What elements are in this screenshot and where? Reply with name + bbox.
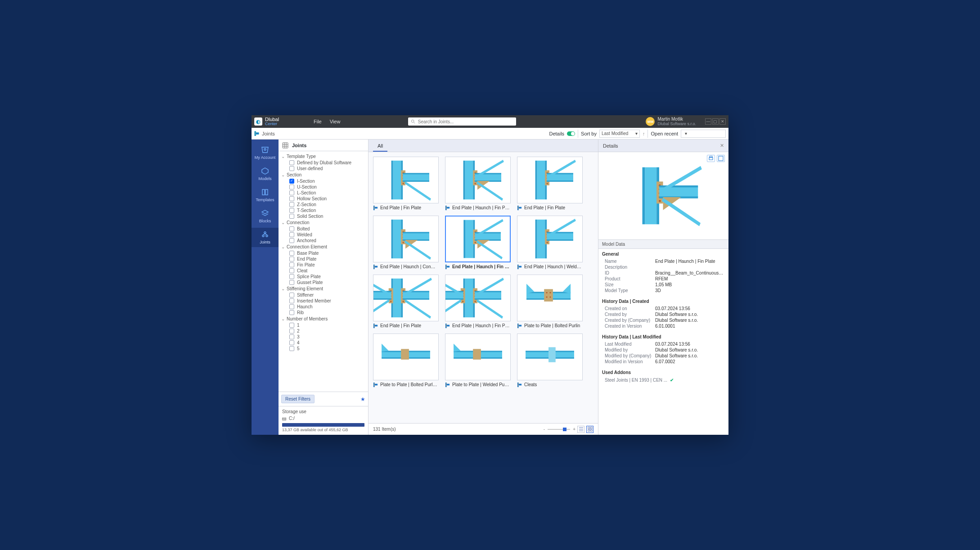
window-max[interactable]: ▢ xyxy=(712,118,719,125)
filter-item[interactable]: Haunch xyxy=(289,304,368,310)
joint-card[interactable]: Plate to Plate | Bolted Purlin xyxy=(517,275,583,328)
joint-card[interactable]: End Plate | Haunch | Welded ... xyxy=(517,216,583,269)
checkbox[interactable] xyxy=(289,329,294,334)
search-field[interactable] xyxy=(417,119,513,125)
checkbox[interactable] xyxy=(289,280,294,285)
checkbox[interactable] xyxy=(289,196,294,201)
filter-item[interactable]: Inserted Member xyxy=(289,298,368,304)
filter-group[interactable]: ⌄Template Type xyxy=(281,153,368,160)
filter-item[interactable]: Anchored xyxy=(289,238,368,243)
window-close[interactable]: ✕ xyxy=(719,118,726,125)
filter-item[interactable]: End Plate xyxy=(289,256,368,262)
checkbox[interactable] xyxy=(289,202,294,207)
filter-group[interactable]: ⌄Number of Members xyxy=(281,316,368,322)
filter-item[interactable]: 2 xyxy=(289,328,368,334)
filter-item[interactable]: Hollow Section xyxy=(289,196,368,202)
joint-card[interactable]: End Plate | Haunch | Fin Pl... xyxy=(445,216,511,269)
filter-group[interactable]: ⌄Connection xyxy=(281,219,368,226)
filter-item[interactable]: 3 xyxy=(289,334,368,340)
nav-item-models[interactable]: Models xyxy=(252,164,279,184)
joint-card[interactable]: End Plate | Fin Plate xyxy=(373,157,439,210)
checkbox[interactable] xyxy=(289,298,294,303)
fullscreen-button[interactable] xyxy=(717,155,725,162)
filter-item[interactable]: Welded xyxy=(289,232,368,238)
svg-point-44 xyxy=(264,232,266,234)
filter-item[interactable]: 4 xyxy=(289,340,368,346)
prop-value: 03.07.2024 13:56 xyxy=(655,342,725,347)
checkbox[interactable] xyxy=(289,238,294,243)
checkbox[interactable] xyxy=(289,293,294,298)
open-recent-select[interactable]: ▾ xyxy=(681,130,726,138)
reset-filters-button[interactable]: Reset Filters xyxy=(281,395,315,403)
filter-item[interactable]: T-Section xyxy=(289,207,368,213)
sortby-select[interactable]: Last Modified ▾ xyxy=(599,130,640,138)
checkbox[interactable] xyxy=(289,323,294,328)
checkbox[interactable] xyxy=(289,257,294,261)
filter-item[interactable]: Solid Section xyxy=(289,213,368,219)
close-icon[interactable]: ✕ xyxy=(720,143,724,149)
checkbox[interactable] xyxy=(289,251,294,256)
view-grid-button[interactable] xyxy=(586,426,593,433)
filter-item[interactable]: 5 xyxy=(289,346,368,352)
sort-direction[interactable]: ↑ xyxy=(643,131,645,136)
favorite-icon[interactable]: ★ xyxy=(360,396,365,402)
filter-item[interactable]: Rib xyxy=(289,310,368,316)
filter-item[interactable]: Fin Plate xyxy=(289,262,368,268)
checkbox[interactable] xyxy=(289,232,294,237)
checkbox[interactable] xyxy=(289,268,294,273)
checkbox[interactable] xyxy=(289,160,294,165)
joint-card[interactable]: Plate to Plate | Welded Purli... xyxy=(445,334,511,387)
joint-card[interactable]: End Plate | Haunch | Fin Plate xyxy=(445,275,511,328)
checkbox[interactable] xyxy=(289,340,294,345)
window-min[interactable]: — xyxy=(705,118,711,125)
nav-item-blocks[interactable]: Blocks xyxy=(252,207,279,226)
filter-item[interactable]: U-Section xyxy=(289,184,368,190)
checkbox[interactable] xyxy=(289,166,294,171)
checkbox[interactable] xyxy=(289,262,294,267)
filter-item[interactable]: Stiffener xyxy=(289,292,368,298)
filter-item[interactable]: Gusset Plate xyxy=(289,280,368,285)
checkbox[interactable] xyxy=(289,310,294,315)
checkbox[interactable] xyxy=(289,185,294,189)
user-area[interactable]: MM Martin Motlik Dlubal Software s.r.o. xyxy=(646,117,696,126)
tab-all[interactable]: All xyxy=(373,141,387,152)
joint-card[interactable]: Cleats xyxy=(517,334,583,387)
joint-card[interactable]: End Plate | Haunch | Connec... xyxy=(373,216,439,269)
filter-item[interactable]: L-Section xyxy=(289,190,368,196)
checkbox[interactable] xyxy=(289,334,294,339)
joint-card[interactable]: End Plate | Haunch | Fin Plate xyxy=(445,157,511,210)
filter-group[interactable]: ⌄Stiffening Element xyxy=(281,285,368,292)
filter-item[interactable]: Cleat xyxy=(289,268,368,274)
checkbox[interactable] xyxy=(289,226,294,231)
checkbox[interactable] xyxy=(289,208,294,213)
filter-item[interactable]: Z-Section xyxy=(289,202,368,207)
print-button[interactable] xyxy=(707,155,715,162)
view-list-button[interactable] xyxy=(577,426,584,433)
checkbox[interactable] xyxy=(289,346,294,351)
zoom-control[interactable]: -+ xyxy=(544,427,575,432)
checkbox[interactable] xyxy=(289,214,294,219)
nav-item-joints[interactable]: Joints xyxy=(252,228,279,247)
filter-group[interactable]: ⌄Section xyxy=(281,171,368,178)
nav-item-templates[interactable]: Templates xyxy=(252,185,279,205)
checkbox[interactable] xyxy=(289,274,294,279)
checkbox[interactable] xyxy=(289,190,294,195)
menu-view[interactable]: View xyxy=(330,119,341,124)
filter-item[interactable]: Splice Plate xyxy=(289,274,368,280)
joint-card[interactable]: Plate to Plate | Bolted Purlin ... xyxy=(373,334,439,387)
details-toggle[interactable] xyxy=(567,131,575,136)
search-input[interactable] xyxy=(408,117,516,126)
filter-item[interactable]: Base Plate xyxy=(289,250,368,256)
filter-item[interactable]: I-Section xyxy=(289,178,368,184)
checkbox[interactable] xyxy=(289,179,294,184)
filter-item[interactable]: 1 xyxy=(289,322,368,328)
filter-item[interactable]: Defined by Dlubal Software xyxy=(289,160,368,166)
filter-item[interactable]: User-defined xyxy=(289,166,368,171)
joint-card[interactable]: End Plate | Fin Plate xyxy=(373,275,439,328)
filter-item[interactable]: Bolted xyxy=(289,226,368,232)
checkbox[interactable] xyxy=(289,304,294,309)
filter-group[interactable]: ⌄Connection Element xyxy=(281,243,368,250)
joint-card[interactable]: End Plate | Fin Plate xyxy=(517,157,583,210)
menu-file[interactable]: File xyxy=(314,119,322,124)
nav-item-my-account[interactable]: My Account xyxy=(252,143,279,162)
